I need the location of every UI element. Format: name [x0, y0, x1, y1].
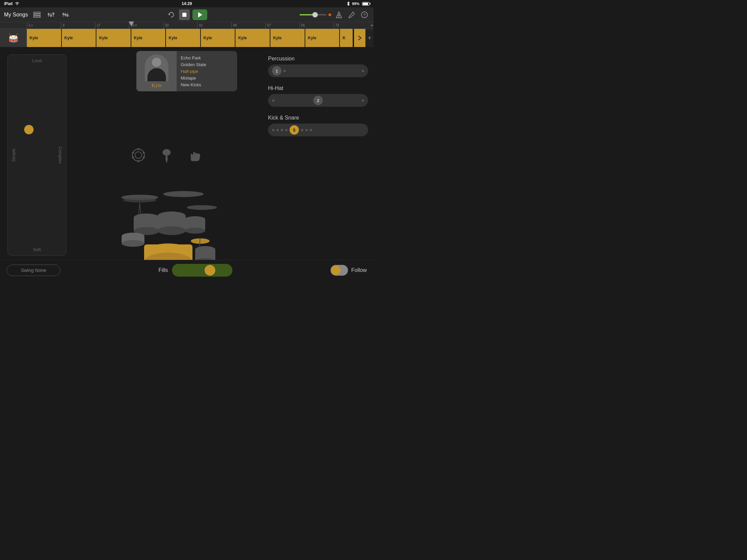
- ks-dot-5: [301, 129, 303, 131]
- track-clip-7[interactable]: Kyle: [235, 29, 271, 47]
- maraca-icon[interactable]: [159, 148, 174, 164]
- simple-label: Simple: [11, 149, 16, 162]
- hihat-dot-1: [272, 99, 275, 102]
- timeline-marker-33[interactable]: 33: [163, 22, 197, 29]
- timeline-marker-25[interactable]: 25B: [129, 22, 163, 29]
- main-content: Kyle Echo Park Golden State Half-pipe Mi…: [0, 47, 374, 280]
- track-row: 🥁 Kyle Kyle Kyle Kyle Kyle Kyle Kyle Kyl…: [0, 29, 374, 47]
- add-section-button[interactable]: +: [368, 22, 374, 29]
- kick-snare-label: Kick & Snare: [268, 115, 368, 121]
- artist-name-label: Kyle: [152, 83, 161, 88]
- svg-rect-1: [33, 12, 40, 14]
- status-bar: iPad 14:29 99%: [0, 0, 374, 7]
- fills-control: Fills: [67, 264, 324, 277]
- drum-kit-visual[interactable]: [113, 170, 220, 271]
- preset-list[interactable]: Echo Park Golden State Half-pipe Mixtape…: [177, 51, 237, 91]
- preset-mixtape[interactable]: Mixtape: [181, 76, 233, 81]
- timeline-marker-65[interactable]: 65: [300, 22, 334, 29]
- play-button[interactable]: [192, 9, 207, 20]
- percussion-icons-row: [131, 148, 202, 164]
- track-clip-4[interactable]: Kyle: [131, 29, 166, 47]
- tempo-slider[interactable]: [300, 14, 331, 16]
- preset-card: Kyle Echo Park Golden State Half-pipe Mi…: [136, 51, 237, 91]
- hihat-value: 2: [313, 96, 323, 105]
- percussion-stepper[interactable]: 1: [268, 64, 368, 77]
- hihat-stepper[interactable]: 2: [268, 94, 368, 107]
- drum-kit-icon: 🥁: [8, 33, 19, 43]
- velocity-dot[interactable]: [24, 125, 33, 134]
- track-clip-10[interactable]: K: [340, 29, 353, 47]
- timeline-marker-17[interactable]: 17: [95, 22, 129, 29]
- follow-control: Follow: [331, 265, 367, 276]
- fills-slider[interactable]: [172, 264, 232, 277]
- hihat-dot-2: [362, 99, 364, 102]
- ks-value: 5: [289, 125, 299, 135]
- track-clip-8[interactable]: Kyle: [271, 29, 305, 47]
- help-button[interactable]: ?: [359, 10, 369, 20]
- ks-dot-2: [277, 129, 279, 131]
- clap-icon[interactable]: [187, 148, 202, 164]
- follow-label: Follow: [351, 267, 367, 273]
- timeline-marker-73[interactable]: 73: [334, 22, 367, 29]
- add-track-button[interactable]: +: [365, 29, 374, 47]
- right-panel: Percussion 1 Hi-Hat 2 Kick & Snare: [263, 50, 374, 260]
- track-clip-6[interactable]: Kyle: [201, 29, 236, 47]
- device-label: iPad: [4, 1, 12, 6]
- metronome-button[interactable]: [334, 10, 344, 20]
- fills-label: Fills: [158, 267, 168, 273]
- timeline-marker-41[interactable]: 41: [197, 22, 231, 29]
- swing-button[interactable]: Swing None: [7, 265, 60, 276]
- bottom-bar: Swing None Fills Follow: [0, 260, 374, 280]
- ks-dot-3: [281, 129, 283, 131]
- stop-button[interactable]: [179, 9, 190, 20]
- track-clip-5[interactable]: Kyle: [166, 29, 201, 47]
- svg-point-22: [132, 149, 145, 161]
- svg-point-0: [17, 4, 18, 5]
- view-tracks-button[interactable]: [32, 10, 42, 19]
- bluetooth-icon: [346, 1, 350, 7]
- my-songs-button[interactable]: My Songs: [4, 12, 28, 18]
- tambourine-icon[interactable]: [131, 148, 146, 164]
- wrench-button[interactable]: [346, 10, 357, 20]
- percussion-label: Percussion: [268, 56, 368, 62]
- timeline-marker-9[interactable]: 9: [61, 22, 95, 29]
- preset-half-pipe[interactable]: Half-pipe: [181, 69, 233, 74]
- track-clip-9[interactable]: Kyle: [305, 29, 340, 47]
- track-clip-1[interactable]: Kyle: [27, 29, 62, 47]
- preset-echo-park[interactable]: Echo Park: [181, 55, 233, 60]
- velocity-complexity-pad[interactable]: Loud Soft Simple Complex: [7, 54, 67, 256]
- eq-button[interactable]: [60, 10, 71, 19]
- hihat-section: Hi-Hat 2: [268, 85, 368, 107]
- ks-dot-7: [310, 129, 312, 131]
- svg-point-28: [132, 156, 134, 158]
- timeline-marker-57[interactable]: 57: [265, 22, 299, 29]
- kick-snare-section: Kick & Snare 5: [268, 115, 368, 136]
- percussion-dot-2: [283, 70, 286, 72]
- mixer-button[interactable]: [46, 10, 56, 19]
- preset-avatar: Kyle: [136, 51, 177, 91]
- percussion-section: Percussion 1: [268, 56, 368, 77]
- fills-thumb[interactable]: [205, 265, 215, 276]
- follow-toggle-thumb: [331, 266, 341, 275]
- kick-snare-stepper[interactable]: 5: [268, 124, 368, 136]
- timeline-marker-1[interactable]: 1A: [27, 22, 61, 29]
- preset-new-kicks[interactable]: New Kicks: [181, 82, 233, 87]
- track-clip-2[interactable]: Kyle: [62, 29, 97, 47]
- svg-point-24: [137, 148, 139, 150]
- track-header[interactable]: 🥁: [0, 29, 27, 47]
- track-end-button[interactable]: [353, 29, 365, 47]
- svg-point-30: [162, 149, 171, 156]
- undo-button[interactable]: [166, 10, 176, 20]
- preset-golden-state[interactable]: Golden State: [181, 62, 233, 67]
- svg-point-35: [163, 191, 204, 197]
- left-panel: Loud Soft Simple Complex: [3, 50, 71, 260]
- svg-point-25: [143, 152, 145, 154]
- timeline-marker-49[interactable]: 49: [231, 22, 265, 29]
- ks-dot-4: [285, 129, 287, 131]
- svg-point-34: [123, 198, 156, 203]
- track-clip-3[interactable]: Kyle: [96, 29, 131, 47]
- follow-toggle[interactable]: [331, 265, 348, 276]
- track-clips[interactable]: Kyle Kyle Kyle Kyle Kyle Kyle Kyle Kyle …: [27, 29, 365, 47]
- ks-dot-1: [272, 129, 275, 131]
- hihat-label: Hi-Hat: [268, 85, 368, 91]
